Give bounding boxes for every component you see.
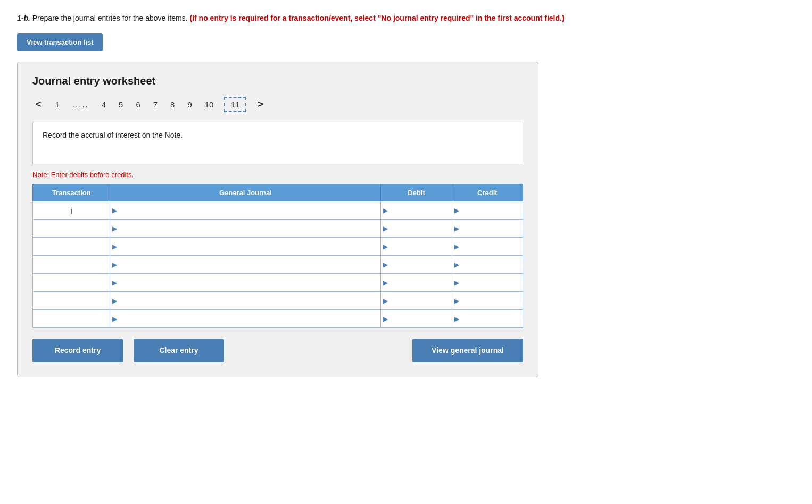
debit-input-2[interactable]: [390, 240, 451, 253]
page-7[interactable]: 7: [151, 99, 160, 110]
note-text: Note: Enter debits before credits.: [32, 171, 523, 179]
debit-arrow-1: ▶: [381, 225, 390, 232]
gj-input-1[interactable]: [119, 222, 380, 234]
instruction-main: Prepare the journal entries for the abov…: [32, 14, 190, 22]
credit-arrow-2: ▶: [452, 243, 461, 250]
worksheet-container: Journal entry worksheet < 1 ..... 4 5 6 …: [17, 62, 538, 377]
gj-input-0[interactable]: [119, 204, 380, 216]
instruction-prefix: 1-b.: [17, 14, 30, 22]
table-row: ▶▶▶: [33, 256, 523, 274]
table-row: ▶▶▶: [33, 310, 523, 328]
pagination: < 1 ..... 4 5 6 7 8 9 10 11 >: [32, 97, 523, 112]
page-1[interactable]: 1: [53, 99, 62, 110]
table-row: ▶▶▶: [33, 274, 523, 292]
description-text: Record the accrual of interest on the No…: [43, 131, 183, 139]
instruction-red: (If no entry is required for a transacti…: [190, 14, 565, 22]
debit-arrow-6: ▶: [381, 315, 390, 323]
debit-input-3[interactable]: [390, 258, 451, 271]
table-row: j▶▶▶: [33, 201, 523, 220]
page-10[interactable]: 10: [203, 99, 216, 110]
general-journal-cell-1[interactable]: ▶: [110, 220, 381, 238]
table-row: ▶▶▶: [33, 238, 523, 256]
credit-arrow-6: ▶: [452, 315, 461, 323]
debit-input-4[interactable]: [390, 276, 451, 289]
credit-input-2[interactable]: [461, 240, 523, 253]
transaction-cell-6: [33, 310, 110, 328]
credit-input-3[interactable]: [461, 258, 523, 271]
credit-cell-0[interactable]: ▶: [452, 201, 523, 220]
journal-table: Transaction General Journal Debit Credit…: [32, 184, 523, 328]
page-11-active[interactable]: 11: [224, 97, 246, 112]
debit-cell-4[interactable]: ▶: [381, 274, 452, 292]
description-box: Record the accrual of interest on the No…: [32, 122, 523, 164]
credit-cell-1[interactable]: ▶: [452, 220, 523, 238]
th-general-journal: General Journal: [110, 184, 381, 201]
credit-input-6[interactable]: [461, 313, 523, 325]
gj-input-3[interactable]: [119, 258, 380, 271]
buttons-row: Record entry Clear entry View general jo…: [32, 339, 523, 362]
credit-cell-3[interactable]: ▶: [452, 256, 523, 274]
debit-input-1[interactable]: [390, 222, 451, 234]
credit-input-1[interactable]: [461, 222, 523, 234]
credit-cell-5[interactable]: ▶: [452, 292, 523, 310]
transaction-cell-5: [33, 292, 110, 310]
gj-input-4[interactable]: [119, 276, 380, 289]
transaction-cell-1: [33, 220, 110, 238]
credit-input-5[interactable]: [461, 295, 523, 307]
page-6[interactable]: 6: [134, 99, 142, 110]
page-4[interactable]: 4: [100, 99, 108, 110]
table-row: ▶▶▶: [33, 220, 523, 238]
transaction-cell-0: j: [33, 201, 110, 220]
debit-cell-1[interactable]: ▶: [381, 220, 452, 238]
gj-input-6[interactable]: [119, 313, 380, 325]
view-general-journal-button[interactable]: View general journal: [412, 339, 523, 362]
credit-cell-2[interactable]: ▶: [452, 238, 523, 256]
page-8[interactable]: 8: [168, 99, 177, 110]
th-credit: Credit: [452, 184, 523, 201]
credit-arrow-1: ▶: [452, 225, 461, 232]
debit-cell-3[interactable]: ▶: [381, 256, 452, 274]
gj-input-2[interactable]: [119, 240, 380, 253]
debit-input-0[interactable]: [390, 204, 451, 216]
clear-entry-button[interactable]: Clear entry: [134, 339, 224, 362]
general-journal-cell-6[interactable]: ▶: [110, 310, 381, 328]
th-debit: Debit: [381, 184, 452, 201]
gj-arrow-2: ▶: [110, 243, 119, 250]
record-entry-button[interactable]: Record entry: [32, 339, 123, 362]
credit-cell-6[interactable]: ▶: [452, 310, 523, 328]
gj-input-5[interactable]: [119, 295, 380, 307]
gj-arrow-6: ▶: [110, 315, 119, 323]
general-journal-cell-5[interactable]: ▶: [110, 292, 381, 310]
credit-arrow-3: ▶: [452, 261, 461, 268]
credit-input-0[interactable]: [461, 204, 523, 216]
debit-arrow-2: ▶: [381, 243, 390, 250]
page-9[interactable]: 9: [185, 99, 194, 110]
credit-cell-4[interactable]: ▶: [452, 274, 523, 292]
debit-input-5[interactable]: [390, 295, 451, 307]
prev-arrow[interactable]: <: [32, 98, 45, 111]
debit-arrow-5: ▶: [381, 297, 390, 305]
gj-arrow-5: ▶: [110, 297, 119, 305]
general-journal-cell-4[interactable]: ▶: [110, 274, 381, 292]
th-transaction: Transaction: [33, 184, 110, 201]
transaction-cell-2: [33, 238, 110, 256]
view-transaction-button[interactable]: View transaction list: [17, 33, 103, 51]
credit-arrow-4: ▶: [452, 279, 461, 287]
debit-cell-2[interactable]: ▶: [381, 238, 452, 256]
page-5[interactable]: 5: [117, 99, 125, 110]
general-journal-cell-3[interactable]: ▶: [110, 256, 381, 274]
general-journal-cell-0[interactable]: ▶: [110, 201, 381, 220]
next-arrow[interactable]: >: [254, 98, 267, 111]
credit-input-4[interactable]: [461, 276, 523, 289]
credit-arrow-5: ▶: [452, 297, 461, 305]
debit-cell-6[interactable]: ▶: [381, 310, 452, 328]
debit-arrow-0: ▶: [381, 207, 390, 214]
worksheet-title: Journal entry worksheet: [32, 75, 523, 87]
debit-cell-0[interactable]: ▶: [381, 201, 452, 220]
gj-arrow-0: ▶: [110, 207, 119, 214]
debit-cell-5[interactable]: ▶: [381, 292, 452, 310]
transaction-cell-3: [33, 256, 110, 274]
debit-input-6[interactable]: [390, 313, 451, 325]
general-journal-cell-2[interactable]: ▶: [110, 238, 381, 256]
table-row: ▶▶▶: [33, 292, 523, 310]
